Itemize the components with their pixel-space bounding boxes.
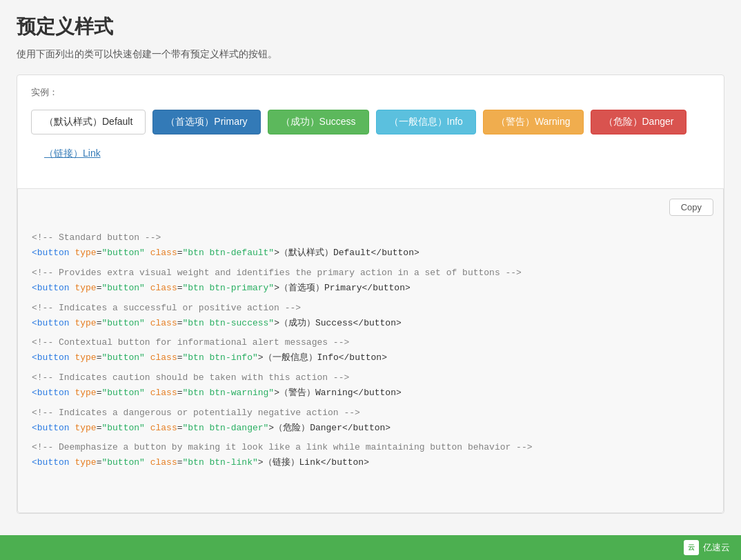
code-box: <!-- Standard button --><button type="bu… [17, 188, 724, 513]
copy-button[interactable]: Copy [669, 199, 713, 216]
code-line: <!-- Provides extra visual weight and id… [32, 266, 709, 281]
code-line: <button type="button" class="btn btn-suc… [32, 316, 709, 331]
code-line: <button type="button" class="btn btn-inf… [32, 350, 709, 366]
btn-warning[interactable]: （警告）Warning [483, 110, 584, 134]
page-subtitle: 使用下面列出的类可以快速创建一个带有预定义样式的按钮。 [17, 48, 724, 61]
btn-danger[interactable]: （危险）Danger [591, 110, 687, 134]
demo-label: 实例： [31, 86, 710, 99]
btn-info[interactable]: （一般信息）Info [376, 110, 476, 134]
btn-success[interactable]: （成功）Success [268, 110, 369, 134]
code-line: <button type="button" class="btn btn-def… [32, 246, 709, 261]
page-title: 预定义样式 [17, 14, 724, 40]
code-line: <!-- Standard button --> [32, 230, 709, 246]
code-line: <!-- Indicates caution should be taken w… [32, 370, 709, 386]
code-line: <!-- Indicates a dangerous or potentiall… [32, 406, 709, 421]
code-line: <button type="button" class="btn btn-dan… [32, 421, 709, 436]
bottom-bar-logo: 云 亿速云 [684, 540, 730, 541]
demo-wrapper: 实例： （默认样式）Default（首选项）Primary（成功）Success… [17, 74, 724, 514]
code-line: <!-- Indicates a successful or positive … [32, 301, 709, 316]
button-row: （默认样式）Default（首选项）Primary（成功）Success（一般信… [31, 110, 710, 166]
code-line: <button type="button" class="btn btn-war… [32, 386, 709, 401]
code-line: <!-- Contextual button for informational… [32, 335, 709, 350]
code-line: <!-- Deemphasize a button by making it l… [32, 440, 709, 455]
code-line: <button type="button" class="btn btn-pri… [32, 281, 709, 296]
page-container: 预定义样式 使用下面列出的类可以快速创建一个带有预定义样式的按钮。 实例： （默… [0, 0, 741, 541]
btn-link[interactable]: （链接）Link [31, 141, 114, 166]
demo-inner: 实例： （默认样式）Default（首选项）Primary（成功）Success… [17, 75, 724, 189]
logo-icon: 云 [684, 540, 699, 541]
btn-default[interactable]: （默认样式）Default [31, 110, 146, 134]
bottom-bar: 云 亿速云 [0, 535, 741, 541]
code-line: <button type="button" class="btn btn-lin… [32, 455, 709, 470]
btn-primary[interactable]: （首选项）Primary [152, 110, 260, 134]
